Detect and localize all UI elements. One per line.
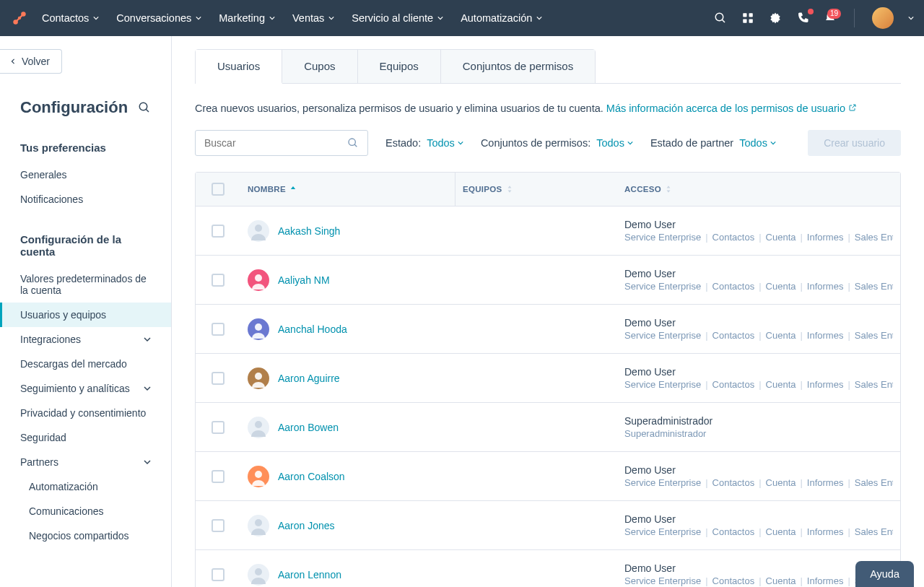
search-icon[interactable]: [714, 12, 727, 25]
sidebar-item[interactable]: Descargas del mercado: [0, 352, 171, 376]
phone-icon[interactable]: [796, 12, 809, 25]
sort-icon: [507, 185, 513, 194]
user-permissions: Service Enterprise|Contactos|Cuenta|Info…: [624, 379, 893, 390]
nav-item[interactable]: Ventas: [292, 12, 334, 24]
external-link-icon: [848, 103, 857, 112]
col-access[interactable]: ACCESO: [617, 173, 900, 206]
filter-state[interactable]: Estado: Todos: [385, 137, 463, 149]
svg-rect-6: [743, 13, 746, 17]
user-avatar: [248, 466, 269, 487]
nav-item[interactable]: Marketing: [219, 12, 275, 24]
svg-point-4: [715, 13, 723, 21]
user-avatar: [248, 564, 269, 586]
settings-sidebar: Volver Configuración Tus preferencias Ge…: [0, 36, 172, 587]
user-name-link[interactable]: Aaron Jones: [278, 520, 335, 531]
svg-point-17: [255, 323, 262, 331]
row-checkbox[interactable]: [212, 421, 225, 434]
back-button[interactable]: Volver: [0, 49, 62, 74]
sidebar-item[interactable]: Notificaciones: [0, 187, 171, 212]
chevron-down-icon: [458, 140, 463, 146]
help-button[interactable]: Ayuda: [855, 561, 914, 587]
user-name-link[interactable]: Aaron Lennon: [278, 569, 341, 581]
users-table: NOMBRE EQUIPOS ACCESO Aakash Singh Demo …: [195, 172, 901, 587]
row-checkbox[interactable]: [212, 372, 225, 385]
tabs: UsuariosCuposEquiposConjuntos de permiso…: [195, 49, 596, 84]
sidebar-item[interactable]: Seguimiento y analíticas: [0, 376, 171, 401]
sidebar-section-account: Configuración de la cuenta: [0, 226, 171, 266]
sidebar-item[interactable]: Integraciones: [0, 327, 171, 352]
sidebar-item[interactable]: Valores predeterminados de la cuenta: [0, 266, 171, 303]
sidebar-subitem[interactable]: Comunicaciones: [0, 499, 171, 523]
page-title: Configuración: [20, 98, 128, 117]
tab[interactable]: Usuarios: [196, 50, 282, 84]
svg-line-5: [722, 19, 725, 22]
svg-point-13: [349, 139, 355, 145]
search-input[interactable]: [204, 137, 347, 149]
table-header: NOMBRE EQUIPOS ACCESO: [196, 173, 900, 206]
row-checkbox[interactable]: [212, 225, 225, 238]
col-teams[interactable]: EQUIPOS: [456, 173, 617, 206]
user-teams: [456, 420, 617, 435]
description: Crea nuevos usuarios, personaliza permis…: [195, 84, 924, 130]
main-content: UsuariosCuposEquiposConjuntos de permiso…: [172, 36, 924, 587]
chevron-down-icon: [144, 458, 151, 466]
user-name-link[interactable]: Aaliyah NM: [278, 274, 330, 286]
sidebar-item[interactable]: Generales: [0, 162, 171, 187]
search-settings-icon[interactable]: [138, 101, 151, 114]
account-avatar[interactable]: [872, 7, 894, 29]
chevron-down-icon: [627, 140, 633, 146]
sidebar-subitem[interactable]: Negocios compartidos: [0, 523, 171, 548]
sidebar-item[interactable]: Usuarios y equipos: [0, 303, 171, 327]
row-checkbox[interactable]: [212, 470, 225, 483]
user-role: Demo User: [624, 366, 893, 378]
user-teams: [456, 568, 617, 582]
user-permissions: Service Enterprise|Contactos|Cuenta|Info…: [624, 330, 893, 341]
nav-item[interactable]: Automatización: [461, 12, 542, 24]
row-checkbox[interactable]: [212, 568, 225, 581]
row-checkbox[interactable]: [212, 323, 225, 336]
svg-line-12: [146, 109, 149, 112]
sidebar-item[interactable]: Partners: [0, 450, 171, 474]
tab[interactable]: Conjuntos de permisos: [441, 50, 595, 83]
create-user-button[interactable]: Crear usuario: [808, 130, 901, 156]
user-name-link[interactable]: Aaron Bowen: [278, 422, 339, 433]
svg-point-19: [255, 421, 262, 428]
sort-icon: [666, 185, 671, 194]
svg-line-14: [354, 144, 357, 147]
select-all-checkbox[interactable]: [212, 183, 225, 196]
permissions-info-link[interactable]: Más información acerca de los permisos d…: [606, 103, 857, 114]
chevron-down-icon: [908, 15, 914, 21]
settings-icon[interactable]: [769, 12, 782, 25]
avatar-placeholder-icon: [248, 417, 269, 438]
search-input-wrapper[interactable]: [195, 130, 368, 156]
search-icon: [347, 137, 359, 149]
sidebar-subitem[interactable]: Automatización: [0, 474, 171, 499]
sidebar-item[interactable]: Privacidad y consentimiento: [0, 401, 171, 425]
sidebar-item[interactable]: Seguridad: [0, 425, 171, 450]
tab[interactable]: Equipos: [358, 50, 441, 83]
user-role: Superadministrador: [624, 415, 893, 427]
row-checkbox[interactable]: [212, 519, 225, 532]
nav-item[interactable]: Servicio al cliente: [352, 12, 443, 24]
user-name-link[interactable]: Aanchal Hooda: [278, 323, 347, 335]
marketplace-icon[interactable]: [741, 12, 754, 25]
table-row: Aanchal Hooda Demo UserService Enterpris…: [196, 305, 900, 354]
notifications-icon[interactable]: 19: [824, 12, 837, 25]
user-role: Demo User: [624, 562, 893, 574]
nav-item[interactable]: Contactos: [42, 12, 99, 24]
row-checkbox[interactable]: [212, 274, 225, 287]
svg-point-20: [255, 471, 262, 478]
filter-permissions[interactable]: Conjuntos de permisos: Todos: [481, 137, 633, 149]
user-permissions: Service Enterprise|Contactos|Cuenta|Info…: [624, 281, 893, 292]
user-name-link[interactable]: Aakash Singh: [278, 225, 340, 237]
col-name[interactable]: NOMBRE: [240, 173, 456, 206]
user-name-link[interactable]: Aaron Aguirre: [278, 373, 340, 384]
table-row: Aaron Bowen SuperadministradorSuperadmin…: [196, 403, 900, 452]
user-name-link[interactable]: Aaron Coalson: [278, 471, 345, 482]
tab[interactable]: Cupos: [282, 50, 357, 83]
nav-item[interactable]: Conversaciones: [116, 12, 201, 24]
user-teams: [456, 273, 617, 287]
table-row: Aaron Lennon Demo UserService Enterprise…: [196, 550, 900, 587]
chevron-down-icon: [144, 385, 151, 392]
filter-partner[interactable]: Estado de partner Todos: [650, 137, 776, 149]
